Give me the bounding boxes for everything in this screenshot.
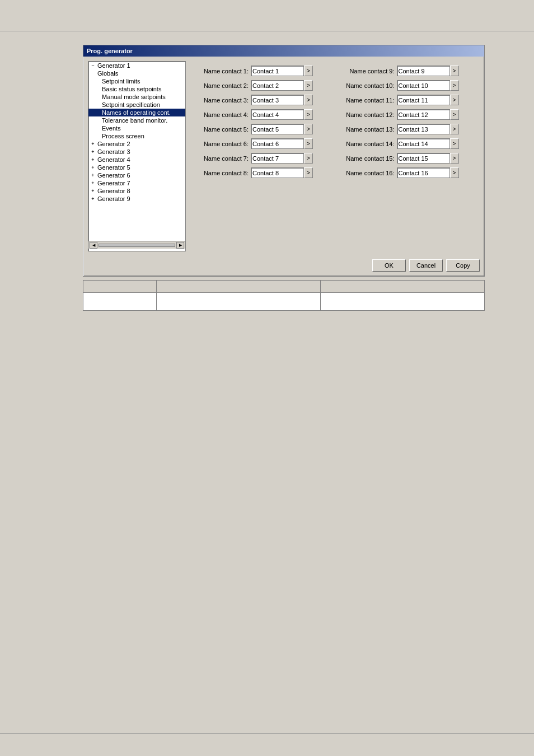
- contact-input-7[interactable]: [251, 153, 304, 164]
- contact-input-6[interactable]: [251, 138, 304, 149]
- tree-item-gen1[interactable]: − Generator 1: [88, 62, 185, 69]
- tree-item-setpoint-spec[interactable]: Setpoint specification: [88, 101, 185, 109]
- contact-input-13[interactable]: [397, 124, 450, 134]
- contacts-right-col: Name contact 9: > Name contact 10: >: [339, 66, 474, 182]
- contact-input-wrapper-9: >: [397, 66, 474, 76]
- contact-input-9[interactable]: [397, 66, 450, 76]
- bottom-table: [83, 280, 485, 311]
- tree-item-gen7[interactable]: + Generator 7: [88, 179, 185, 187]
- tree-label-gen8: Generator 8: [97, 188, 130, 194]
- tree-item-setpoint-limits[interactable]: Setpoint limits: [88, 77, 185, 85]
- tree-item-events[interactable]: Events: [88, 124, 185, 132]
- contact-btn-9[interactable]: >: [450, 66, 459, 76]
- table-header-col3: [321, 281, 485, 293]
- contact-row-1: Name contact 1: >: [193, 66, 327, 76]
- contact-row-7: Name contact 7: >: [193, 153, 327, 164]
- contact-row-10: Name contact 10: >: [339, 80, 474, 91]
- tree-item-basic-status[interactable]: Basic status setpoints: [88, 85, 185, 93]
- contact-input-4[interactable]: [251, 109, 304, 120]
- bottom-table-wrapper: [83, 280, 485, 311]
- contact-row-9: Name contact 9: >: [339, 66, 474, 76]
- contact-input-11[interactable]: [397, 95, 450, 105]
- table-cell-1-1: [83, 293, 157, 311]
- tree-label-gen3: Generator 3: [97, 148, 130, 155]
- tree-item-gen6[interactable]: + Generator 6: [88, 171, 185, 179]
- contact-input-1[interactable]: [251, 66, 304, 76]
- contact-input-10[interactable]: [397, 80, 450, 91]
- ok-button[interactable]: OK: [372, 259, 406, 272]
- tree-item-gen3[interactable]: + Generator 3: [88, 148, 185, 156]
- contact-btn-11[interactable]: >: [450, 95, 459, 105]
- contacts-left-col: Name contact 1: > Name contact 2: >: [193, 66, 327, 182]
- contact-input-12[interactable]: [397, 109, 450, 120]
- table-header-col1: [83, 281, 157, 293]
- tree-item-manual-mode[interactable]: Manual mode setpoints: [88, 93, 185, 101]
- contact-input-8[interactable]: [251, 167, 304, 178]
- expand-icon-gen5: +: [90, 165, 96, 170]
- contact-input-3[interactable]: [251, 95, 304, 105]
- expand-icon-gen2: +: [90, 141, 96, 147]
- contact-btn-13[interactable]: >: [450, 124, 459, 134]
- scroll-right-btn[interactable]: ▶: [176, 242, 184, 249]
- contact-btn-2[interactable]: >: [304, 80, 313, 91]
- tree-item-gen2[interactable]: + Generator 2: [88, 140, 185, 148]
- contact-input-16[interactable]: [397, 167, 450, 178]
- contact-label-16: Name contact 16:: [339, 170, 395, 176]
- tree-label-gen6: Generator 6: [97, 172, 130, 179]
- dialog-title: Prog. generator: [87, 48, 133, 54]
- contact-input-2[interactable]: [251, 80, 304, 91]
- contact-label-2: Name contact 2:: [193, 82, 249, 89]
- expand-icon-gen6: +: [90, 172, 96, 178]
- contact-input-5[interactable]: [251, 124, 304, 134]
- tree-label-basic-status: Basic status setpoints: [102, 86, 161, 92]
- contact-input-15[interactable]: [397, 153, 450, 164]
- contact-row-2: Name contact 2: >: [193, 80, 327, 91]
- contact-row-5: Name contact 5: >: [193, 124, 327, 134]
- expand-icon-gen7: +: [90, 180, 96, 186]
- tree-item-names-operating[interactable]: Names of operating cont.: [88, 109, 185, 116]
- contact-input-14[interactable]: [397, 138, 450, 149]
- tree-item-gen4[interactable]: + Generator 4: [88, 156, 185, 164]
- contact-row-15: Name contact 15: >: [339, 153, 474, 164]
- contact-label-1: Name contact 1:: [193, 68, 249, 74]
- contact-btn-3[interactable]: >: [304, 95, 313, 105]
- contact-input-wrapper-7: >: [251, 153, 327, 164]
- contact-btn-8[interactable]: >: [304, 167, 313, 178]
- tree-item-tolerance[interactable]: Tolerance band monitor.: [88, 116, 185, 124]
- expand-icon-gen3: +: [90, 149, 96, 155]
- contact-btn-1[interactable]: >: [304, 66, 313, 76]
- tree-item-gen8[interactable]: + Generator 8: [88, 187, 185, 195]
- copy-button[interactable]: Copy: [446, 259, 480, 272]
- contact-input-wrapper-11: >: [397, 95, 474, 105]
- contact-btn-7[interactable]: >: [304, 153, 313, 164]
- contact-label-11: Name contact 11:: [339, 97, 395, 104]
- contact-btn-14[interactable]: >: [450, 138, 459, 149]
- expand-icon-gen4: +: [90, 157, 96, 162]
- scroll-left-btn[interactable]: ◀: [90, 242, 97, 249]
- contact-input-wrapper-8: >: [251, 167, 327, 178]
- contact-label-7: Name contact 7:: [193, 155, 249, 162]
- contact-btn-4[interactable]: >: [304, 109, 313, 120]
- contact-row-11: Name contact 11: >: [339, 95, 474, 105]
- contact-btn-6[interactable]: >: [304, 138, 313, 149]
- cancel-button[interactable]: Cancel: [409, 259, 443, 272]
- expand-icon-gen1: −: [90, 63, 96, 68]
- contact-label-10: Name contact 10:: [339, 82, 395, 89]
- tree-label-gen2: Generator 2: [97, 141, 130, 147]
- expand-icon-gen8: +: [90, 188, 96, 194]
- contact-btn-5[interactable]: >: [304, 124, 313, 134]
- contact-btn-16[interactable]: >: [450, 167, 459, 178]
- contact-btn-10[interactable]: >: [450, 80, 459, 91]
- contact-btn-15[interactable]: >: [450, 153, 459, 164]
- contact-row-3: Name contact 3: >: [193, 95, 327, 105]
- contact-btn-12[interactable]: >: [450, 109, 459, 120]
- contact-row-16: Name contact 16: >: [339, 167, 474, 178]
- contact-input-wrapper-10: >: [397, 80, 474, 91]
- tree-item-gen5[interactable]: + Generator 5: [88, 164, 185, 171]
- bottom-divider: [0, 733, 534, 734]
- contact-input-wrapper-14: >: [397, 138, 474, 149]
- tree-item-gen9[interactable]: + Generator 9: [88, 195, 185, 203]
- contacts-grid: Name contact 1: > Name contact 2: >: [193, 66, 473, 182]
- tree-item-globals[interactable]: Globals: [88, 69, 185, 77]
- tree-item-process-screen[interactable]: Process screen: [88, 132, 185, 140]
